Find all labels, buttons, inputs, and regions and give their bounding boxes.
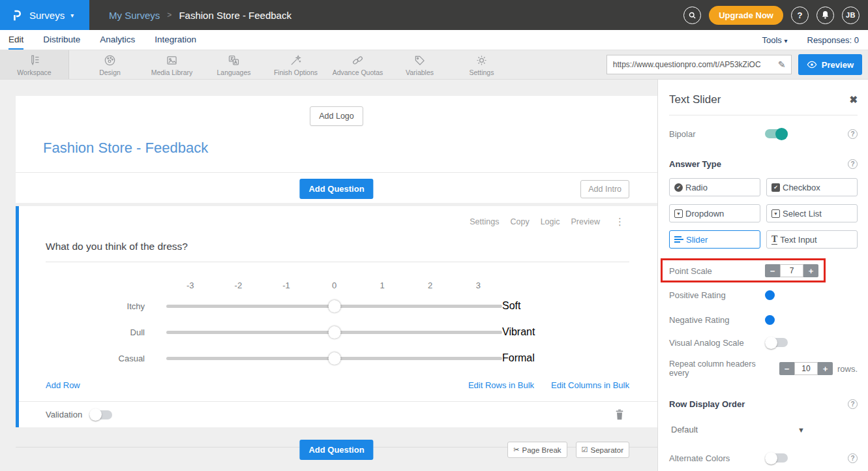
toolbar-item-finish-options[interactable]: Finish Options <box>265 50 327 79</box>
row-display-order-select[interactable]: Default ▼ <box>669 425 805 434</box>
close-icon[interactable]: ✖ <box>849 94 858 106</box>
search-button[interactable] <box>683 7 701 24</box>
tab-edit[interactable]: Edit <box>8 30 23 50</box>
kebab-menu-icon[interactable]: ⋮ <box>615 217 625 226</box>
add-question-button-bottom[interactable]: Add Question <box>299 440 373 460</box>
slider-left-label: Casual <box>19 354 145 363</box>
toolbar-item-workspace[interactable]: Workspace <box>0 50 69 79</box>
edit-rows-in-bulk-link[interactable]: Edit Rows in Bulk <box>468 380 534 390</box>
help-button[interactable]: ? <box>791 7 809 24</box>
answer-type-label-text: Dropdown <box>685 209 724 219</box>
trash-icon[interactable] <box>614 408 625 421</box>
surveys-menu[interactable]: Surveys ▾ <box>0 0 89 30</box>
questionpro-logo-icon <box>10 8 23 22</box>
question-text[interactable]: What do you think of the dress? <box>46 241 657 252</box>
survey-title[interactable]: Fashion Store - Feedback <box>43 140 657 157</box>
edit-url-icon[interactable]: ✎ <box>773 59 791 70</box>
scale-label: 3 <box>454 281 502 290</box>
help-icon[interactable]: ? <box>848 159 858 169</box>
bipolar-toggle[interactable] <box>765 129 788 138</box>
slider-row: Casual Formal <box>19 345 657 371</box>
slider-track[interactable] <box>166 300 502 312</box>
tab-analytics[interactable]: Analytics <box>100 30 135 50</box>
toolbar-item-media-library[interactable]: Media Library <box>141 50 203 79</box>
increment-button[interactable]: + <box>803 264 818 277</box>
repeat-headers-value: 10 <box>794 362 818 375</box>
answer-type-label-text: Slider <box>686 235 708 245</box>
add-row-link[interactable]: Add Row <box>46 380 80 390</box>
toolbar-item-label: Settings <box>470 68 494 76</box>
toolbar-item-advance-quotas[interactable]: Advance Quotas <box>327 50 389 79</box>
repeat-headers-label: Repeat column headers every <box>669 359 771 378</box>
question-links-row: Add Row Edit Rows in Bulk Edit Columns i… <box>46 380 629 390</box>
negative-rating-color-dot[interactable] <box>765 315 775 325</box>
question-logic-link[interactable]: Logic <box>541 217 560 226</box>
add-question-button[interactable]: Add Question <box>299 179 373 199</box>
upgrade-now-button[interactable]: Upgrade Now <box>709 6 783 25</box>
answer-type-radio[interactable]: ✔ Radio <box>669 178 760 196</box>
footer-buttons: ✂ Page Break ☑ Separator <box>507 442 629 458</box>
help-icon[interactable]: ? <box>848 129 858 139</box>
edit-columns-in-bulk-link[interactable]: Edit Columns in Bulk <box>551 380 629 390</box>
tools-menu[interactable]: Tools ▾ <box>762 35 787 45</box>
slider-right-label: Vibrant <box>502 326 535 338</box>
breadcrumb-my-surveys[interactable]: My Surveys <box>109 10 160 21</box>
answer-type-text-input[interactable]: T Text Input <box>766 230 858 249</box>
row-display-order-row: Row Display Order ? <box>669 397 858 410</box>
slider-handle[interactable] <box>328 300 340 312</box>
toolbar-item-design[interactable]: Design <box>79 50 141 79</box>
decrement-button[interactable]: − <box>779 362 794 375</box>
answer-type-slider[interactable]: Slider <box>669 230 760 249</box>
slider-scale-labels: -3 -2 -1 0 1 2 3 <box>166 281 502 290</box>
separator-label: Separator <box>590 446 623 454</box>
positive-rating-row: Positive Rating <box>669 288 858 301</box>
slider-right-label: Formal <box>502 352 535 364</box>
question-copy-link[interactable]: Copy <box>510 217 529 226</box>
increment-button[interactable]: + <box>818 362 833 375</box>
decrement-button[interactable]: − <box>765 264 780 277</box>
question-settings-link[interactable]: Settings <box>470 217 499 226</box>
slider-left-label: Itchy <box>19 301 145 311</box>
toolbar-item-variables[interactable]: Variables <box>389 50 451 79</box>
answer-type-select-list[interactable]: ▼ Select List <box>766 204 858 222</box>
question-mark-icon: ? <box>798 10 803 20</box>
slider-track[interactable] <box>166 352 502 365</box>
answer-type-grid: ✔ Radio ✔ Checkbox ▼ Dropdown ▼ Select L… <box>669 178 858 249</box>
negative-rating-row: Negative Rating <box>669 313 858 326</box>
positive-rating-color-dot[interactable] <box>765 290 775 300</box>
survey-url-input[interactable] <box>607 60 773 69</box>
breadcrumb-separator-icon: > <box>167 10 172 20</box>
panel-header: Text Slider ✖ <box>669 93 858 106</box>
question-settings-panel: Text Slider ✖ Bipolar ? Answer Type ? ✔ … <box>657 80 868 471</box>
notifications-button[interactable] <box>816 7 834 24</box>
bell-icon <box>821 10 830 20</box>
slider-handle[interactable] <box>328 326 340 339</box>
radio-icon: ✔ <box>674 183 683 192</box>
help-icon[interactable]: ? <box>848 453 858 463</box>
scale-label: -2 <box>215 281 263 290</box>
select-list-icon: ▼ <box>771 209 780 218</box>
negative-rating-label: Negative Rating <box>669 315 765 325</box>
finish-options-icon <box>289 53 303 67</box>
toolbar-item-languages[interactable]: Languages <box>203 50 265 79</box>
separator-button[interactable]: ☑ Separator <box>576 442 629 458</box>
content: Add Logo Fashion Store - Feedback Add Qu… <box>0 80 868 471</box>
toolbar-item-settings[interactable]: Settings <box>451 50 513 79</box>
slider-track[interactable] <box>166 326 502 339</box>
toolbar-item-label: Workspace <box>17 68 51 76</box>
validation-toggle[interactable] <box>89 410 112 419</box>
add-logo-button[interactable]: Add Logo <box>310 106 363 126</box>
answer-type-dropdown[interactable]: ▼ Dropdown <box>669 204 760 222</box>
add-intro-button[interactable]: Add Intro <box>580 180 629 198</box>
tab-integration[interactable]: Integration <box>155 30 196 50</box>
tab-distribute[interactable]: Distribute <box>43 30 80 50</box>
page-break-button[interactable]: ✂ Page Break <box>507 442 567 458</box>
slider-handle[interactable] <box>328 352 340 365</box>
help-icon[interactable]: ? <box>848 399 858 409</box>
question-preview-link[interactable]: Preview <box>571 217 600 226</box>
preview-button[interactable]: Preview <box>798 54 862 75</box>
visual-analog-toggle[interactable] <box>765 338 788 347</box>
answer-type-checkbox[interactable]: ✔ Checkbox <box>766 178 858 196</box>
user-avatar[interactable]: JB <box>842 7 860 24</box>
alternate-colors-toggle[interactable] <box>765 453 788 463</box>
